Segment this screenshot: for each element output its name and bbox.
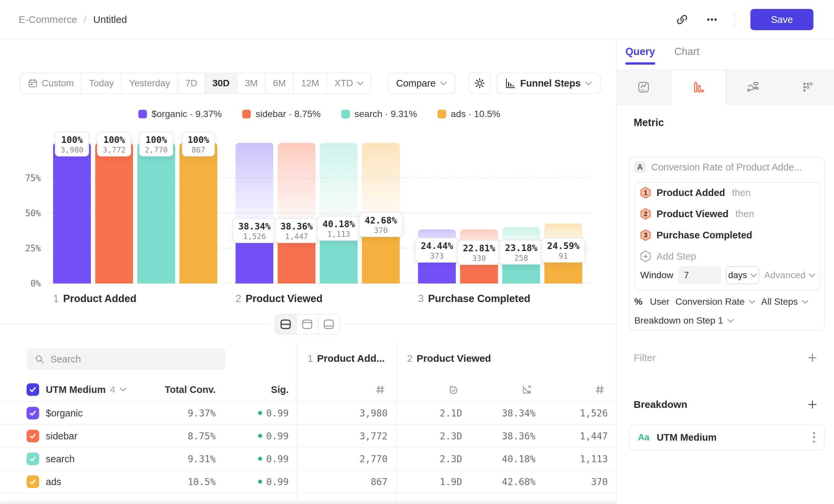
query-step-1[interactable]: 1Product Addedthen	[640, 186, 751, 199]
bar-value-label: 23.18%258	[499, 240, 543, 265]
save-button[interactable]: Save	[750, 9, 813, 30]
bar-ads-step1[interactable]	[179, 143, 217, 283]
bar-search-step1[interactable]	[137, 143, 175, 283]
chevron-down-icon	[727, 319, 734, 323]
report-type-flows[interactable]	[726, 70, 781, 104]
step2-count-column-header[interactable]	[594, 384, 606, 395]
layout-chart-only-button[interactable]	[297, 315, 318, 334]
window-unit-label: days	[728, 270, 747, 280]
row-checkbox[interactable]	[26, 476, 39, 488]
sig-column-header[interactable]: Sig.	[271, 384, 289, 395]
query-step-3[interactable]: 3Purchase Completed	[640, 228, 752, 242]
bar-value-label: 100%3,980	[55, 132, 89, 157]
bar-sidebar-step1[interactable]	[95, 143, 133, 283]
chart-settings-button[interactable]	[468, 73, 491, 94]
date-range-custom[interactable]: Custom	[21, 73, 82, 93]
breakdown-heading: Breakdown	[634, 399, 687, 410]
breakdown-options-button[interactable]	[812, 431, 816, 443]
more-menu-button[interactable]	[705, 12, 719, 27]
breadcrumb-project[interactable]: E-Commerce	[19, 14, 77, 25]
table-step2-header: 2Product Viewed	[407, 353, 491, 364]
gear-icon	[475, 78, 485, 89]
date-range-30d[interactable]: 30D	[205, 73, 237, 93]
check-icon	[28, 432, 37, 440]
metric-title-row[interactable]: A Conversion Rate of Product Adde...	[634, 161, 802, 173]
measure-metric-select[interactable]: Conversion Rate	[676, 296, 755, 307]
add-breakdown-button[interactable]	[807, 399, 818, 410]
layout-split-button[interactable]	[275, 315, 297, 334]
breakdown-column-header[interactable]: UTM Medium 4	[46, 384, 126, 395]
row-checkbox[interactable]	[26, 430, 39, 442]
conversion-window-row: Window days Advanced	[640, 266, 815, 284]
share-link-button[interactable]	[675, 12, 689, 27]
table-step1-header: 1Product Add...	[308, 353, 385, 364]
table-row-ads[interactable]: ads10.5%0.998671.9D42.68%370	[0, 470, 616, 493]
report-type-funnels[interactable]	[672, 70, 726, 104]
report-type-insights[interactable]	[617, 70, 672, 104]
date-range-7d[interactable]: 7D	[178, 73, 205, 93]
step-hexagon-badge: 1	[640, 187, 651, 199]
check-icon	[28, 409, 37, 417]
tab-query[interactable]: Query	[626, 46, 655, 65]
table-row-organic[interactable]: $organic9.37%0.993,9802.1D38.34%1,526	[0, 401, 616, 424]
add-step-button[interactable]: + Add Step	[640, 250, 696, 263]
bar-group-step-2: 38.34%1,52638.36%1,44740.18%1,11342.68%3…	[236, 143, 400, 283]
horizontal-scrollbar[interactable]	[1, 501, 615, 504]
search-input[interactable]	[50, 354, 218, 365]
date-range-xtd[interactable]: XTD	[327, 73, 371, 93]
measure-scope-select[interactable]: All Steps	[761, 296, 809, 307]
breadcrumb-report-title: Untitled	[93, 14, 127, 25]
legend-item-ads[interactable]: ads · 10.5%	[438, 109, 500, 119]
measure-format-token[interactable]: %	[634, 296, 642, 307]
step2-time-column-header[interactable]	[447, 384, 459, 395]
sig-status-dot	[258, 411, 262, 415]
measure-entity-token[interactable]: User	[650, 296, 670, 307]
row-name: $organic	[46, 408, 83, 418]
query-step-2[interactable]: 2Product Viewedthen	[640, 207, 754, 221]
add-filter-button[interactable]	[807, 352, 818, 363]
row-step2-rate: 38.34%	[502, 408, 535, 418]
row-step2-count: 370	[591, 476, 608, 487]
metric-title: Conversion Rate of Product Adde...	[651, 162, 802, 173]
report-type-retention[interactable]	[781, 70, 834, 104]
filter-heading: Filter	[634, 352, 656, 363]
total-conv-column-header[interactable]: Total Conv.	[164, 384, 216, 395]
legend-item-sidebar[interactable]: sidebar · 8.75%	[242, 109, 321, 119]
row-checkbox[interactable]	[26, 453, 39, 465]
window-unit-select[interactable]: days	[726, 266, 760, 284]
y-axis-tick: 75%	[11, 173, 41, 183]
legend-item-organic[interactable]: $organic · 9.37%	[138, 109, 222, 119]
bar-slot: 24.44%373	[418, 143, 456, 283]
row-checkbox[interactable]	[26, 407, 39, 419]
table-row-search[interactable]: search9.31%0.992,7702.3D40.18%1,113	[0, 447, 616, 470]
breakdown-property-card[interactable]: Aa UTM Medium	[629, 425, 825, 450]
layout-table-only-button[interactable]	[319, 315, 339, 334]
date-range-6m[interactable]: 6M	[266, 73, 294, 93]
step-axis-label-1: 1Product Added	[53, 293, 136, 305]
step-axis-label-3: 3Purchase Completed	[418, 293, 530, 305]
table-row-sidebar[interactable]: sidebar8.75%0.993,7722.3D38.36%1,447	[0, 424, 616, 447]
date-range-today[interactable]: Today	[82, 73, 122, 93]
step-hexagon-badge: 3	[640, 229, 651, 241]
sig-status-dot	[258, 457, 262, 461]
step-number: 1	[308, 353, 313, 364]
tab-chart[interactable]: Chart	[675, 46, 700, 65]
window-value-input[interactable]	[678, 266, 721, 284]
step-axis-label-2: 2Product Viewed	[236, 293, 323, 305]
legend-item-search[interactable]: search · 9.31%	[342, 109, 417, 119]
compare-button[interactable]: Compare	[388, 73, 456, 94]
metric-card: A Conversion Rate of Product Adde... 1Pr…	[629, 157, 825, 330]
date-range-12m[interactable]: 12M	[294, 73, 327, 93]
date-range-3m[interactable]: 3M	[238, 73, 266, 93]
chart-type-button[interactable]: Funnel Steps	[496, 73, 600, 94]
window-label: Window	[640, 270, 674, 280]
step2-rate-column-header[interactable]	[521, 384, 532, 395]
bar-organic-step1[interactable]	[53, 143, 91, 283]
breakdown-on-step-select[interactable]: Breakdown on Step 1	[634, 314, 734, 327]
top-actions: Save	[675, 0, 813, 39]
advanced-toggle[interactable]: Advanced	[764, 270, 815, 280]
step1-count-column-header[interactable]	[375, 384, 386, 395]
date-range-yesterday[interactable]: Yesterday	[122, 73, 178, 93]
retention-icon	[801, 81, 814, 94]
select-all-checkbox[interactable]	[26, 383, 39, 396]
